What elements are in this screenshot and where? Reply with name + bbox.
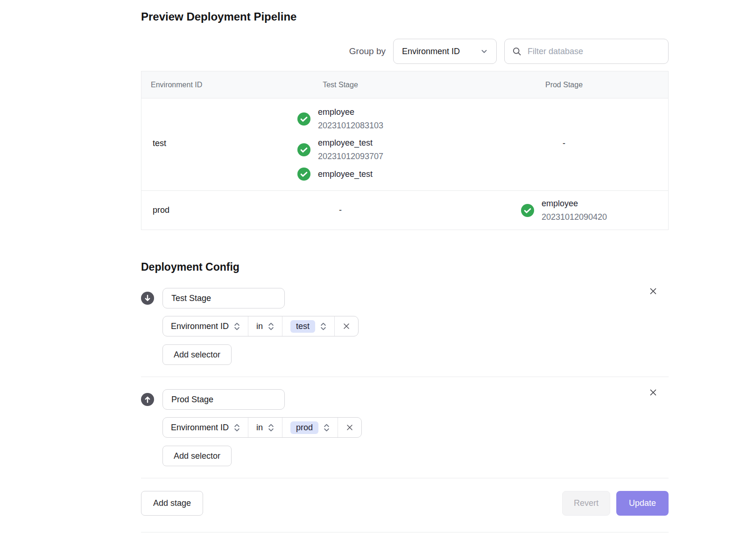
remove-stage-button[interactable] [647, 285, 659, 297]
selector-group: Environment ID in prod [162, 417, 362, 438]
selector-value-select[interactable]: prod [282, 418, 338, 437]
chevron-up-down-icon [234, 322, 240, 331]
deployment-entry: employee 20231012083103 [297, 106, 383, 132]
revert-button[interactable]: Revert [562, 491, 610, 516]
remove-selector-button[interactable] [338, 418, 361, 437]
selector-operator-value: in [256, 322, 263, 331]
prod-stage-cell: employee 20231012090420 [459, 191, 669, 230]
divider [141, 478, 669, 478]
selector-key-value: Environment ID [171, 322, 229, 331]
prod-stage-empty: - [459, 106, 669, 181]
close-icon [345, 423, 354, 432]
deployment-version: 20231012093707 [318, 150, 383, 162]
deployment-entry: employee 20231012090420 [521, 197, 607, 223]
chevron-up-down-icon [320, 322, 326, 331]
test-stage-cell: employee 20231012083103 employee_test 20… [222, 106, 459, 181]
selector-value-tag: test [290, 320, 315, 333]
remove-selector-button[interactable] [335, 316, 358, 336]
table-controls: Group by Environment ID [141, 39, 669, 64]
deployment-list: employee 20231012083103 employee_test 20… [297, 106, 383, 181]
search-icon [512, 47, 521, 56]
deployment-entry-text: employee_test 20231012093707 [318, 137, 383, 162]
deployment-entry-text: employee 20231012090420 [542, 197, 607, 223]
table-row: test employee 20231012083103 [141, 98, 668, 191]
deployment-entry-text: employee_test [318, 168, 373, 180]
test-stage-empty: - [222, 191, 459, 230]
chevron-up-down-icon [268, 322, 274, 331]
stage-name-input[interactable] [162, 288, 285, 308]
selector-key-select[interactable]: Environment ID [163, 316, 248, 336]
group-by-selected-value: Environment ID [402, 47, 460, 56]
chevron-down-icon [480, 48, 488, 55]
pipeline-table: Environment ID Test Stage Prod Stage tes… [141, 71, 669, 230]
close-icon [648, 388, 658, 397]
deployment-entry-text: employee 20231012083103 [318, 106, 383, 132]
chevron-up-down-icon [268, 423, 274, 432]
selector-value-tag: prod [290, 421, 318, 434]
divider [141, 532, 669, 532]
page-title: Preview Deployment Pipeline [141, 10, 669, 23]
filter-database-box [504, 39, 669, 64]
selector-key-select[interactable]: Environment ID [163, 418, 248, 437]
stage-header [141, 389, 669, 410]
database-name: employee_test [318, 168, 373, 180]
selector-key-value: Environment ID [171, 423, 229, 433]
column-header-test-stage: Test Stage [222, 81, 459, 89]
stage-block-test: Environment ID in test [141, 288, 669, 365]
update-button[interactable]: Update [616, 491, 669, 516]
stage-block-prod: Environment ID in prod [141, 389, 669, 466]
database-name: employee_test [318, 137, 383, 149]
column-header-prod-stage: Prod Stage [459, 81, 669, 89]
stage-name-input[interactable] [162, 389, 285, 410]
deployment-config-title: Deployment Config [141, 261, 669, 273]
page: Preview Deployment Pipeline Group by Env… [141, 0, 669, 532]
remove-stage-button[interactable] [647, 386, 659, 399]
footer-actions: Revert Update [562, 491, 669, 516]
selector-group: Environment ID in test [162, 316, 359, 336]
group-by-select[interactable]: Environment ID [393, 39, 497, 64]
selector-operator-select[interactable]: in [248, 418, 282, 437]
deployment-version: 20231012083103 [318, 119, 383, 132]
success-check-icon [297, 112, 310, 126]
selector-row: Environment ID in test [162, 316, 669, 336]
selector-operator-select[interactable]: in [248, 316, 282, 336]
selector-row: Environment ID in prod [162, 417, 669, 438]
arrow-down-circle-icon [141, 292, 154, 305]
config-footer: Add stage Revert Update [141, 491, 669, 516]
arrow-up-circle-icon [141, 393, 154, 406]
chevron-up-down-icon [234, 423, 240, 432]
close-icon [648, 287, 658, 296]
add-stage-button[interactable]: Add stage [141, 491, 203, 516]
column-header-environment-id: Environment ID [141, 81, 222, 89]
deployment-entry: employee_test 20231012093707 [297, 137, 383, 162]
database-name: employee [318, 106, 383, 118]
add-selector-button[interactable]: Add selector [162, 344, 232, 365]
deployment-entry: employee_test [297, 168, 383, 181]
chevron-up-down-icon [324, 423, 330, 432]
deployment-version: 20231012090420 [542, 211, 607, 223]
add-selector-button[interactable]: Add selector [162, 446, 232, 466]
stage-header [141, 288, 669, 308]
selector-operator-value: in [256, 423, 263, 433]
database-name: employee [542, 197, 607, 210]
group-by-label: Group by [349, 46, 386, 56]
selector-value-select[interactable]: test [282, 316, 334, 336]
close-icon [342, 322, 351, 330]
success-check-icon [297, 168, 310, 181]
pipeline-table-header: Environment ID Test Stage Prod Stage [141, 71, 668, 98]
filter-database-input[interactable] [527, 46, 661, 57]
table-row: prod - employee 20231012090420 [141, 191, 668, 230]
success-check-icon [521, 204, 534, 217]
divider [141, 377, 669, 377]
environment-id-cell: prod [141, 191, 222, 230]
success-check-icon [297, 143, 310, 156]
environment-id-cell: test [141, 106, 222, 181]
